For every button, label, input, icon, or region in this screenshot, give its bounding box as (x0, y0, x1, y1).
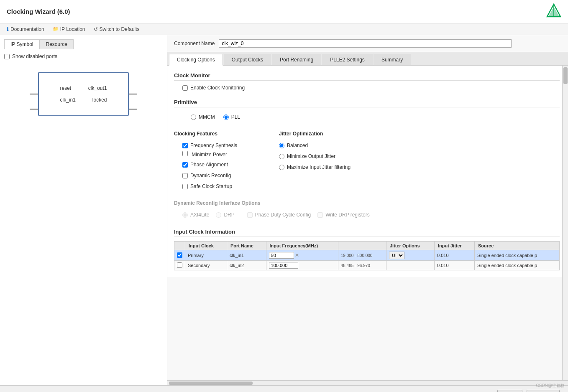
component-name-input[interactable] (219, 39, 512, 48)
row1-clear-btn[interactable]: ✕ (295, 252, 299, 258)
left-panel: IP Symbol Resource Show disabled ports (0, 35, 167, 385)
row2-jitter-options (386, 261, 435, 270)
maximize-input-jitter-row: Maximize Input Jitter filtering (279, 164, 351, 170)
safe-clock-startup-checkbox[interactable] (182, 184, 188, 189)
horizontal-scrollbar[interactable] (167, 380, 568, 385)
input-clock-info-title: Input Clock Information (174, 229, 560, 237)
minimize-output-jitter-row: Minimize Output Jitter (279, 153, 351, 159)
col-header-input-jitter: Input Jitter (435, 242, 475, 250)
switch-defaults-button[interactable]: ↺ Switch to Defaults (94, 26, 140, 32)
xilinx-logo-icon (546, 3, 561, 18)
table-row: Primary clk_in1 ✕ 19.000 - 800.000 (174, 250, 560, 261)
phase-alignment-label: Phase Alignment (190, 162, 228, 168)
row1-checkbox[interactable] (177, 252, 182, 258)
info-icon: ℹ (7, 26, 9, 32)
clock-monitor-title: Clock Monitor (174, 72, 560, 81)
safe-clock-startup-label: Safe Clock Startup (190, 183, 232, 189)
jitter-optimization-col: Jitter Optimization Balanced Minimize Ou… (279, 131, 351, 192)
tab-summary[interactable]: Summary (374, 54, 411, 65)
features-jitter-section: Clocking Features Frequency Synthesis Mi… (174, 131, 560, 192)
col-header-freq-range (338, 242, 386, 250)
balanced-radio[interactable] (279, 143, 284, 148)
mmcm-radio[interactable] (191, 115, 196, 120)
dynamic-reconfig-interface-title: Dynamic Reconfig Interface Options (174, 200, 560, 206)
ip-block: reset clk_out1 clk_in1 locked (38, 72, 128, 116)
axi4lite-radio[interactable] (182, 212, 188, 218)
drp-radio[interactable] (216, 212, 221, 218)
dynamic-reconfig-checkbox[interactable] (182, 173, 188, 178)
minimize-power-label: Minimize Power (192, 152, 227, 158)
maximize-input-jitter-radio[interactable] (279, 165, 284, 170)
ip-location-label: IP Location (60, 26, 85, 32)
phase-duty-cycle-row: Phase Duty Cycle Config (247, 212, 311, 218)
drp-radio-row: DRP (216, 212, 234, 218)
input-clock-table-wrapper: Input Clock Port Name Input Frequency(MH… (174, 241, 560, 270)
phase-duty-cycle-checkbox[interactable] (247, 212, 253, 218)
pll-radio-row: PLL (223, 114, 240, 120)
row1-input-freq-cell: ✕ (266, 250, 338, 261)
input-clock-section: Input Clock Information Input Clock Port… (174, 229, 560, 270)
freq-synthesis-label: Frequency Synthesis (190, 143, 237, 148)
tab-ip-symbol[interactable]: IP Symbol (4, 39, 39, 49)
col-header-port-name: Port Name (227, 242, 266, 250)
documentation-label: Documentation (10, 26, 44, 32)
row1-jitter-select[interactable]: UI (389, 252, 404, 259)
tab-resource[interactable]: Resource (39, 39, 73, 49)
switch-defaults-label: Switch to Defaults (100, 26, 140, 32)
ip-port-row-1: reset clk_out1 (60, 85, 107, 91)
ip-location-button[interactable]: 📁 IP Location (53, 26, 85, 32)
dynamic-reconfig-row: Dynamic Reconfig (182, 173, 237, 178)
dynamic-reconfig-interface-section: Dynamic Reconfig Interface Options AXI4L… (174, 200, 560, 220)
port-clk-out1-label: clk_out1 (88, 85, 107, 91)
phase-alignment-row: Phase Alignment (182, 162, 237, 168)
write-drp-checkbox[interactable] (317, 212, 323, 218)
title-bar: Clocking Wizard (6.0) (0, 0, 568, 23)
enable-clock-monitoring-checkbox[interactable] (182, 85, 188, 91)
component-name-row: Component Name (167, 35, 568, 52)
row2-checkbox-cell (174, 261, 185, 270)
clocking-features-title: Clocking Features (174, 131, 237, 137)
tab-output-clocks[interactable]: Output Clocks (224, 54, 271, 65)
tab-content: Clock Monitor Enable Clock Monitoring Pr… (167, 66, 568, 277)
scrollbar-thumb (563, 67, 568, 84)
main-content: IP Symbol Resource Show disabled ports (0, 35, 568, 385)
xilinx-logo-area (546, 3, 561, 20)
tab-plle2-settings[interactable]: PLLE2 Settings (322, 54, 373, 65)
ok-button[interactable]: OK (497, 390, 522, 392)
row2-port-name: clk_in2 (227, 261, 266, 270)
row2-input-jitter: 0.010 (435, 261, 475, 270)
tab-port-renaming[interactable]: Port Renaming (272, 54, 321, 65)
tabs-bar: Clocking Options Output Clocks Port Rena… (167, 52, 568, 66)
col-header-checkbox (174, 242, 185, 250)
toolbar: ℹ Documentation 📁 IP Location ↺ Switch t… (0, 23, 568, 35)
pll-radio[interactable] (223, 115, 229, 120)
phase-alignment-checkbox[interactable] (182, 162, 188, 168)
table-row: Secondary clk_in2 48.485 - 96.970 0.010 … (174, 261, 560, 270)
show-disabled-label: Show disabled ports (12, 53, 57, 59)
balanced-label: Balanced (287, 143, 308, 148)
row2-input-clock: Secondary (185, 261, 227, 270)
mmcm-radio-row: MMCM (191, 114, 215, 120)
documentation-button[interactable]: ℹ Documentation (7, 26, 44, 32)
minimize-output-jitter-radio[interactable] (279, 154, 284, 159)
input-clock-table: Input Clock Port Name Input Frequency(MH… (174, 241, 560, 270)
row2-freq-input[interactable] (269, 262, 298, 269)
vertical-scrollbar[interactable] (562, 66, 568, 380)
port-clk-in1-label: clk_in1 (60, 97, 75, 103)
row1-freq-input[interactable] (269, 252, 294, 259)
bottom-bar: OK Cancel (0, 385, 568, 392)
row2-freq-range: 48.485 - 96.970 (338, 261, 386, 270)
tab-clocking-options[interactable]: Clocking Options (169, 54, 223, 66)
primitive-section: Primitive MMCM PLL (174, 99, 560, 122)
show-disabled-checkbox[interactable] (4, 54, 10, 59)
cancel-button[interactable]: Cancel (527, 390, 560, 392)
axi4lite-radio-row: AXI4Lite (182, 212, 209, 218)
minimize-output-jitter-label: Minimize Output Jitter (287, 153, 335, 159)
mmcm-label: MMCM (199, 114, 215, 120)
clocking-features-col: Clocking Features Frequency Synthesis Mi… (174, 131, 237, 192)
row1-jitter-options: UI (386, 250, 435, 261)
port-locked-label: locked (92, 97, 107, 103)
freq-synthesis-checkbox[interactable] (182, 143, 188, 148)
minimize-power-checkbox[interactable] (182, 151, 188, 156)
row2-checkbox[interactable] (177, 262, 182, 268)
